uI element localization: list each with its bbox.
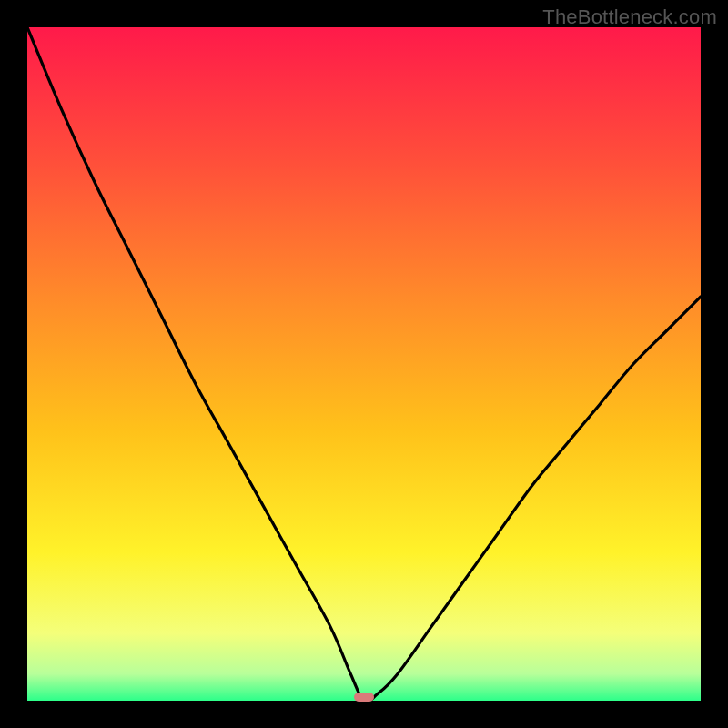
chart-svg <box>27 27 701 701</box>
minimum-marker <box>354 693 374 702</box>
plot-area <box>27 27 701 701</box>
chart-frame: TheBottleneck.com <box>0 0 728 728</box>
watermark-text: TheBottleneck.com <box>542 5 717 29</box>
gradient-background <box>27 27 701 701</box>
